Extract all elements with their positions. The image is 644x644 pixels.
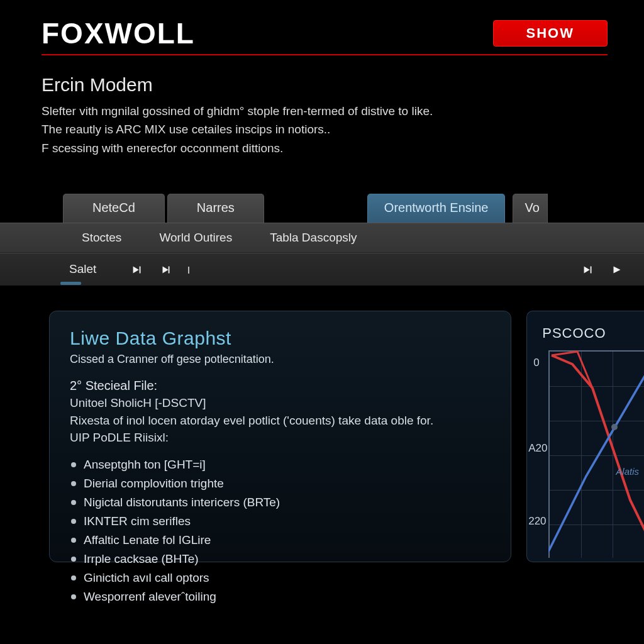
chart-card: PSCOCO 0 A20 220 Alatis — [526, 311, 644, 562]
salet-tab[interactable]: Salet — [63, 256, 110, 284]
tab-netecd[interactable]: NeteCd — [63, 194, 165, 223]
panel-bullet-list: Anseptghh ton [GHT=i] Dierial comploviti… — [70, 455, 491, 606]
list-item: Dierial complovition trighte — [84, 474, 491, 493]
content-row: Liwe Data Graphst Cissed a Cranner off g… — [0, 286, 644, 562]
list-item: Irrple cacksae (BHTe) — [84, 550, 491, 569]
player-bar: Salet ı — [0, 253, 644, 286]
intro-line: The reautly is ARC MIX use cetailes insc… — [42, 120, 602, 138]
brand-logo: FOXWOLL — [42, 16, 195, 50]
show-button[interactable]: SHOW — [493, 20, 608, 47]
play-next-icon[interactable] — [155, 259, 177, 280]
tabs-primary: NeteCd Narres Orentworth Ensine Vo — [0, 194, 644, 223]
tab-narres[interactable]: Narres — [167, 194, 264, 223]
intro-line: Slefter vith mgnilal gossined of ghidm° … — [42, 102, 602, 120]
panel-title: Liwe Data Graphst — [70, 328, 491, 349]
list-item: Anseptghh ton [GHT=i] — [84, 455, 491, 474]
skip-back-icon[interactable] — [126, 259, 148, 280]
panel-section: 2° Stecieal File: — [70, 379, 491, 393]
panel-subtitle: Cissed a Cranner off gese potlecnitation… — [70, 353, 491, 366]
subtab-world-outires[interactable]: World Outires — [140, 223, 251, 252]
panel-line: UIP PoDLE Riisixl: — [70, 429, 491, 447]
tab-vo[interactable]: Vo — [513, 194, 547, 223]
salet-label: Salet — [69, 262, 96, 275]
tab-orentworth[interactable]: Orentworth Ensine — [367, 194, 506, 223]
list-item: Ginictich avıl call optors — [84, 569, 491, 587]
panel-line: Unitoel SholicH [-DSCTV] — [70, 394, 491, 412]
skip-back-right-icon[interactable] — [577, 259, 599, 280]
list-item: IKNTER cim serifles — [84, 512, 491, 531]
live-data-panel: Liwe Data Graphst Cissed a Cranner off g… — [49, 311, 511, 562]
tabs-area: NeteCd Narres Orentworth Ensine Vo Stoct… — [0, 194, 644, 286]
separator-icon: ı — [187, 262, 191, 277]
intro-block: Ercin Modem Slefter vith mgnilal gossine… — [0, 55, 644, 157]
chart-plot-area — [548, 350, 644, 558]
chart-annotation: Alatis — [616, 466, 639, 477]
intro-line: F scessing with enerecfor occonment ditt… — [42, 139, 602, 157]
list-item: Nigictal distorutants intericers (BRTe) — [84, 493, 491, 512]
list-item: Wesporrenf aleverˆtoiling — [84, 587, 491, 606]
subtab-tabla-dascopsly[interactable]: Tabla Dascopsly — [251, 223, 375, 252]
subtab-stoctes[interactable]: Stoctes — [63, 223, 140, 252]
chart-title: PSCOCO — [542, 325, 644, 341]
play-forward-icon[interactable] — [606, 259, 628, 280]
y-tick-label: 0 — [533, 357, 539, 369]
page-title: Ercin Modem — [42, 74, 602, 96]
panel-line: Rixesta of inol locen atorday evel potli… — [70, 412, 491, 430]
header: FOXWOLL SHOW — [0, 0, 644, 50]
y-tick-label: A20 — [528, 442, 547, 455]
tabs-secondary: Stoctes World Outires Tabla Dascopsly — [0, 223, 644, 253]
list-item: Affaltic Lenate fol IGLire — [84, 531, 491, 550]
y-tick-label: 220 — [528, 515, 546, 528]
